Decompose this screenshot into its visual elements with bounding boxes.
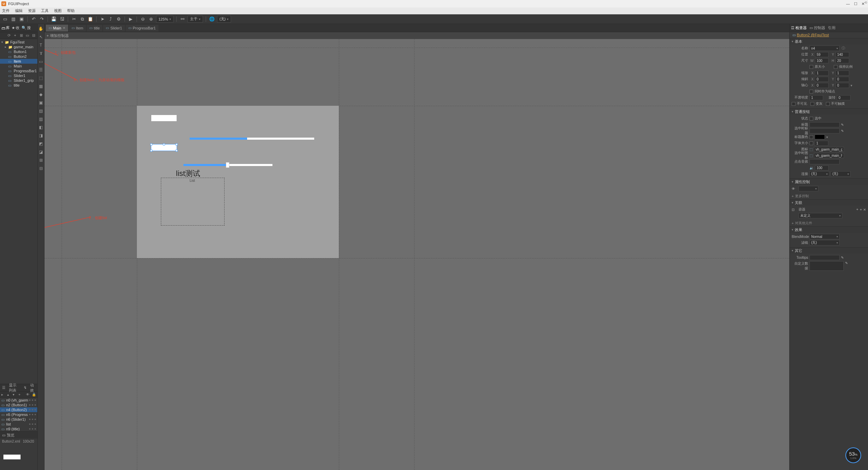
locate-icon[interactable]: ⌖ bbox=[13, 33, 17, 38]
tool-comp4-icon[interactable]: ◧ bbox=[38, 125, 44, 130]
check-pivotanchor[interactable] bbox=[809, 90, 813, 93]
new-icon[interactable]: ▭ bbox=[25, 33, 30, 38]
zoom-out-icon[interactable]: ⊖ bbox=[140, 16, 146, 22]
displaylist-item[interactable]: ▭n5 (Progress bbox=[0, 412, 37, 417]
input-title[interactable] bbox=[809, 122, 840, 127]
tool-shape-icon[interactable]: ◆ bbox=[38, 92, 44, 97]
canvas[interactable]: list测试 List 1，创建新包 3，创建Item，为滚动项的模板 2，创建… bbox=[44, 39, 789, 470]
add-controller-icon[interactable]: + bbox=[47, 34, 49, 38]
displaylist-item[interactable]: ▭n2 (Button1) bbox=[0, 403, 37, 407]
displaylist-item[interactable]: ▭list bbox=[0, 422, 37, 427]
section-propcontrol[interactable]: 属性控制 bbox=[790, 179, 868, 185]
cursor-icon[interactable]: ➤ bbox=[99, 16, 105, 22]
tool-arrow-icon[interactable]: ↖ bbox=[38, 34, 44, 40]
menu-view[interactable]: 视图 bbox=[54, 8, 62, 13]
tool-richtext-icon[interactable]: 𝐓 bbox=[38, 51, 44, 56]
save-all-icon[interactable]: 🖫 bbox=[59, 16, 65, 22]
select-link[interactable]: (无) bbox=[809, 171, 829, 177]
displaylist-item-flags[interactable] bbox=[29, 414, 36, 415]
doc-tab[interactable]: ▭title bbox=[87, 25, 102, 31]
publish-icon[interactable]: ⤴ bbox=[107, 16, 114, 22]
settings-icon[interactable]: ⚙ bbox=[116, 16, 122, 22]
menu-edit[interactable]: 编辑 bbox=[15, 8, 23, 13]
input-selicon[interactable] bbox=[814, 153, 844, 158]
displaylist-item-flags[interactable] bbox=[29, 423, 36, 425]
select-link2[interactable]: (无) bbox=[831, 171, 851, 177]
tool-loader-icon[interactable]: ⬚ bbox=[38, 75, 44, 81]
dl-down-icon[interactable]: ▾ bbox=[13, 393, 16, 397]
expand-icon[interactable]: ⊞ bbox=[19, 33, 24, 38]
section-basic[interactable]: 基本 bbox=[790, 38, 868, 45]
titlecolor-dropdown-icon[interactable]: ▾ bbox=[826, 135, 828, 139]
new-comp-icon[interactable]: ▥ bbox=[10, 16, 16, 22]
dl-up-icon[interactable]: ▴ bbox=[7, 393, 11, 397]
relation-locate-icon[interactable]: ⌖ bbox=[856, 207, 858, 212]
branch-dropdown[interactable]: 主干 bbox=[188, 16, 203, 23]
displaylist-item-flags[interactable] bbox=[29, 409, 36, 410]
input-skew-x[interactable] bbox=[815, 77, 829, 82]
section-effect[interactable]: 效果 bbox=[790, 227, 868, 233]
edit-seltitle-icon[interactable]: ✎ bbox=[841, 129, 844, 133]
add-controller-label[interactable]: 增加控制器 bbox=[50, 33, 69, 38]
tool-comp8-icon[interactable]: ⊞ bbox=[38, 157, 44, 163]
check-titlecolor[interactable] bbox=[809, 135, 813, 139]
tree-item[interactable]: ▭Slider1 bbox=[0, 73, 37, 78]
window-maximize-icon[interactable]: ☐ bbox=[854, 2, 857, 6]
select-blendmode[interactable]: Normal bbox=[809, 234, 840, 239]
add-propcontrol[interactable]: 更多控制 bbox=[790, 193, 868, 199]
section-relation[interactable]: 关联 bbox=[790, 200, 868, 206]
lang-dropdown[interactable]: (无) bbox=[217, 16, 231, 23]
tab-inspector[interactable]: ☲检查器 bbox=[791, 25, 807, 30]
copy-icon[interactable]: ⧉ bbox=[79, 16, 85, 22]
input-skew-y[interactable] bbox=[835, 77, 849, 82]
relation-del-icon[interactable]: ✕ bbox=[863, 208, 866, 212]
info-icon[interactable]: ⓘ bbox=[841, 46, 846, 51]
zoom-in-icon[interactable]: ⊕ bbox=[148, 16, 154, 22]
relation-add-icon[interactable]: + bbox=[860, 208, 862, 212]
titlecolor-swatch[interactable] bbox=[815, 135, 825, 139]
input-pos-y[interactable] bbox=[835, 52, 849, 57]
pivot-preset-icon[interactable]: ▾ bbox=[851, 84, 852, 87]
doc-tab[interactable]: ▭Main✕ bbox=[46, 25, 68, 31]
redo-icon[interactable]: ↷ bbox=[39, 16, 45, 22]
tree-item[interactable]: ▭ProgressBar1 bbox=[0, 68, 37, 73]
displaylist-item[interactable]: ▭n6 (Slider1) bbox=[0, 417, 37, 422]
check-invisible[interactable] bbox=[792, 102, 795, 106]
input-fontsize[interactable] bbox=[815, 141, 828, 146]
select-propctrl[interactable] bbox=[799, 186, 818, 191]
tree-item[interactable]: ▭title bbox=[0, 83, 37, 88]
displaylist-item-flags[interactable] bbox=[29, 419, 36, 420]
select-filter[interactable]: (无) bbox=[809, 240, 840, 245]
eye-icon[interactable]: 👁 bbox=[792, 187, 797, 191]
doc-tab[interactable]: ▭ProgressBar1 bbox=[126, 25, 158, 31]
input-seltitle[interactable] bbox=[809, 128, 840, 134]
input-rotation[interactable] bbox=[837, 95, 851, 100]
play-icon[interactable]: ▶ bbox=[128, 16, 134, 22]
branch-icon[interactable]: ⚯ bbox=[179, 16, 186, 22]
input-clicksound[interactable] bbox=[809, 159, 840, 164]
displaylist-title[interactable]: 显示列表 bbox=[9, 383, 19, 393]
tool-comp6-icon[interactable]: ◩ bbox=[38, 141, 44, 147]
edit-tooltips-icon[interactable]: ✎ bbox=[841, 256, 844, 259]
canvas-list[interactable] bbox=[161, 178, 225, 226]
globe-icon[interactable]: 🌐 bbox=[209, 16, 215, 22]
input-name[interactable]: n4 bbox=[809, 46, 840, 51]
edit-title-icon[interactable]: ✎ bbox=[841, 123, 844, 127]
cut-icon[interactable]: ✂ bbox=[71, 16, 77, 22]
input-pivot-y[interactable] bbox=[835, 83, 849, 88]
tool-group-icon[interactable]: ▦ bbox=[38, 84, 44, 89]
tool-comp7-icon[interactable]: ◪ bbox=[38, 149, 44, 155]
dl-lock-icon[interactable]: 🔒 bbox=[32, 393, 36, 397]
collapse-icon[interactable]: ⊟ bbox=[31, 33, 36, 38]
dl-visible-icon[interactable]: 👁 bbox=[26, 393, 30, 397]
tab-favorites[interactable]: ★收 bbox=[12, 25, 20, 30]
doc-tab[interactable]: ▭Slider1 bbox=[103, 25, 125, 31]
input-tooltips[interactable] bbox=[809, 255, 840, 260]
menu-assets[interactable]: 资源 bbox=[28, 8, 36, 13]
input-icon[interactable] bbox=[814, 147, 844, 152]
timeline-title[interactable]: 动效 bbox=[30, 383, 35, 393]
edit-customdata-icon[interactable]: ✎ bbox=[845, 261, 848, 265]
new-folder-icon[interactable]: ▣ bbox=[18, 16, 25, 22]
dl-find-icon[interactable]: ⌖ bbox=[18, 393, 22, 397]
tool-comp9-icon[interactable]: ⊟ bbox=[38, 166, 44, 171]
